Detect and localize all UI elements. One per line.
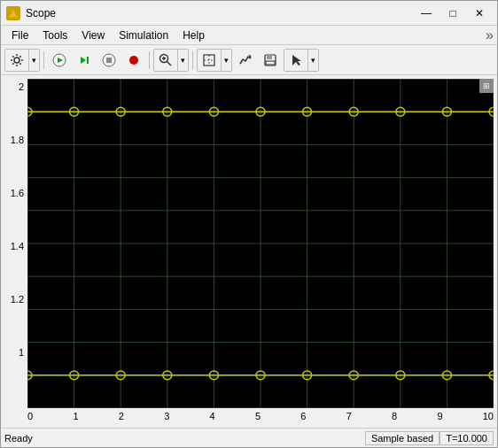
x-label-0: 0	[27, 412, 33, 421]
menu-tools[interactable]: Tools	[35, 27, 74, 43]
run-button[interactable]	[48, 49, 71, 72]
close-button[interactable]: ✕	[467, 5, 492, 21]
settings-dropdown-arrow: ▾	[28, 49, 39, 72]
status-badges: Sample based T=10.000	[365, 431, 494, 445]
y-label-16: 1.6	[11, 189, 24, 198]
minimize-button[interactable]: —	[414, 5, 439, 21]
x-label-5: 5	[255, 412, 261, 421]
axes-icon	[198, 49, 221, 72]
app-icon	[6, 6, 20, 20]
zoom-icon	[154, 49, 177, 72]
x-label-1: 1	[73, 412, 78, 421]
axes-dropdown[interactable]: ▾	[197, 49, 232, 72]
svg-rect-8	[106, 58, 112, 63]
step-forward-button[interactable]	[73, 49, 96, 72]
svg-rect-18	[267, 55, 272, 59]
time-badge: T=10.000	[440, 431, 494, 445]
menu-file[interactable]: File	[4, 27, 35, 43]
window-controls: — □ ✕	[414, 5, 492, 21]
svg-rect-6	[87, 57, 89, 64]
svg-marker-5	[81, 57, 86, 64]
y-label-2: 2	[19, 82, 24, 92]
main-window: Scope — □ ✕ File Tools View Simulation H…	[0, 0, 498, 448]
menu-simulation[interactable]: Simulation	[112, 27, 175, 43]
stop-button[interactable]	[97, 49, 121, 72]
expand-button[interactable]: ⊞	[479, 79, 494, 93]
svg-line-11	[167, 61, 172, 66]
scope-plot	[27, 79, 494, 408]
svg-point-2	[14, 58, 19, 63]
maximize-button[interactable]: □	[440, 5, 465, 21]
toolbar-sep-3	[192, 51, 193, 69]
y-label-1: 1	[19, 348, 24, 358]
plot-container: ⊞ 2 1.8 1.6 1.4 1.2 1	[1, 75, 497, 428]
status-ready: Ready	[4, 433, 33, 444]
toolbar-sep-1	[43, 51, 44, 69]
cursor-dropdown-arrow: ▾	[307, 49, 318, 72]
menu-bar: File Tools View Simulation Help »	[1, 26, 497, 45]
svg-point-9	[129, 56, 138, 65]
settings-icon	[5, 49, 28, 72]
x-label-9: 9	[437, 412, 442, 421]
grid-svg	[27, 79, 494, 408]
record-button[interactable]	[122, 49, 145, 72]
y-label-18: 1.8	[11, 135, 24, 145]
axes-dropdown-arrow: ▾	[221, 49, 231, 72]
svg-rect-19	[266, 61, 275, 65]
x-label-4: 4	[210, 412, 215, 421]
toolbar-sep-2	[149, 51, 150, 69]
x-label-6: 6	[300, 412, 306, 421]
svg-marker-4	[58, 58, 63, 63]
toolbar: ▾	[1, 45, 497, 75]
zoom-dropdown-arrow: ▾	[177, 49, 188, 72]
autoscale-button[interactable]	[234, 49, 257, 72]
svg-marker-0	[9, 9, 18, 18]
x-label-10: 10	[483, 412, 494, 421]
menu-view[interactable]: View	[74, 27, 112, 43]
x-axis: 0 1 2 3 4 5 6 7 8 9 10	[27, 405, 494, 424]
menu-expand-icon[interactable]: »	[486, 27, 494, 43]
save-axes-button[interactable]	[259, 49, 282, 72]
y-label-12: 1.2	[11, 295, 24, 305]
x-label-7: 7	[346, 412, 352, 421]
title-bar-left: Scope	[6, 6, 56, 20]
x-label-3: 3	[164, 412, 169, 421]
y-axis: 2 1.8 1.6 1.4 1.2 1	[1, 82, 27, 401]
x-label-8: 8	[392, 412, 397, 421]
cursor-dropdown[interactable]: ▾	[284, 49, 319, 72]
title-bar: Scope — □ ✕	[1, 1, 497, 26]
settings-dropdown[interactable]: ▾	[4, 49, 40, 72]
sample-based-badge: Sample based	[365, 431, 440, 445]
window-title: Scope	[26, 7, 56, 19]
x-label-2: 2	[119, 412, 124, 421]
zoom-dropdown[interactable]: ▾	[153, 49, 189, 72]
menu-help[interactable]: Help	[175, 27, 212, 43]
status-bar: Ready Sample based T=10.000	[1, 428, 497, 447]
y-label-14: 1.4	[11, 242, 24, 251]
cursor-icon	[284, 49, 307, 72]
